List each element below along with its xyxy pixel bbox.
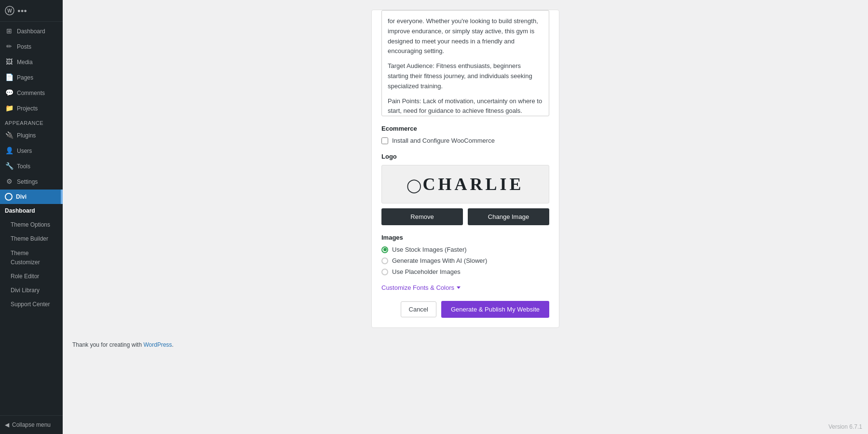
sidebar-item-dashboard[interactable]: ⊞ Dashboard — [0, 24, 63, 39]
pages-icon: 📄 — [5, 73, 14, 82]
wp-footer: Thank you for creating with WordPress. — [63, 338, 868, 348]
customize-fonts-caret-icon — [457, 286, 461, 289]
logo-text: ◯CHARLIE — [407, 174, 524, 194]
svg-text:W: W — [7, 8, 12, 14]
submenu-theme-builder[interactable]: Theme Builder — [0, 232, 63, 246]
users-icon: 👤 — [5, 147, 14, 155]
woocommerce-checkbox-row[interactable]: Install and Configure WooCommerce — [381, 137, 549, 144]
sidebar-item-divi[interactable]: Divi — [0, 190, 63, 204]
images-label: Images — [381, 234, 549, 241]
divi-icon — [5, 193, 13, 201]
version-text: Version 6.7.1 — [828, 423, 862, 430]
logo-section: Logo ◯CHARLIE Remove Change Image — [381, 153, 549, 225]
sidebar-item-posts[interactable]: ✏ Posts — [0, 39, 63, 54]
sidebar-top: W ●●● — [0, 0, 63, 22]
sidebar: W ●●● ⊞ Dashboard ✏ Posts 🖼 Media 📄 Page… — [0, 0, 63, 434]
change-image-button[interactable]: Change Image — [468, 208, 549, 225]
divi-submenu: Dashboard Theme Options Theme Builder Th… — [0, 204, 63, 312]
comments-icon: 💬 — [5, 89, 14, 97]
text-para-3: Pain Points: Lack of motivation, uncerta… — [388, 96, 543, 116]
sidebar-nav: ⊞ Dashboard ✏ Posts 🖼 Media 📄 Pages 💬 Co… — [0, 22, 63, 415]
submenu-dashboard[interactable]: Dashboard — [0, 204, 63, 218]
logo-label: Logo — [381, 153, 549, 160]
logo-buttons: Remove Change Image — [381, 208, 549, 225]
plugins-icon: 🔌 — [5, 131, 14, 140]
text-para-2: Target Audience: Fitness enthusiasts, be… — [388, 61, 543, 91]
wp-logo: W ●●● — [0, 4, 63, 19]
ai-images-label: Generate Images With AI (Slower) — [392, 257, 487, 264]
sidebar-item-tools[interactable]: 🔧 Tools — [0, 159, 63, 174]
sidebar-bottom: ◀ Collapse menu — [0, 415, 63, 434]
customize-fonts-link[interactable]: Customize Fonts & Colors — [381, 284, 549, 291]
media-icon: 🖼 — [5, 58, 14, 67]
bottom-buttons: Cancel Generate & Publish My Website — [381, 301, 549, 318]
submenu-role-editor[interactable]: Role Editor — [0, 270, 63, 284]
sidebar-item-users[interactable]: 👤 Users — [0, 143, 63, 159]
ai-images-radio-row[interactable]: Generate Images With AI (Slower) — [381, 257, 549, 264]
collapse-menu-button[interactable]: ◀ Collapse menu — [5, 420, 58, 430]
submenu-support-center[interactable]: Support Center — [0, 298, 63, 312]
images-section: Images Use Stock Images (Faster) Generat… — [381, 234, 549, 275]
ecommerce-label: Ecommerce — [381, 125, 549, 132]
stock-images-radio-row[interactable]: Use Stock Images (Faster) — [381, 246, 549, 253]
stock-images-label: Use Stock Images (Faster) — [392, 246, 467, 253]
tools-icon: 🔧 — [5, 162, 14, 171]
submenu-theme-customizer[interactable]: Theme Customizer — [0, 246, 63, 270]
settings-icon: ⚙ — [5, 177, 14, 186]
submenu-divi-library[interactable]: Divi Library — [0, 284, 63, 298]
appearance-header: Appearance — [0, 116, 63, 128]
website-info-textarea[interactable]: for everyone. Whether you're looking to … — [381, 10, 549, 116]
projects-icon: 📁 — [5, 104, 14, 113]
logo-preview: ◯CHARLIE — [381, 165, 549, 203]
placeholder-images-radio-dot — [381, 269, 388, 275]
sidebar-item-comments[interactable]: 💬 Comments — [0, 85, 63, 101]
text-para-1: for everyone. Whether you're looking to … — [388, 16, 543, 56]
wordpress-icon: W — [5, 6, 14, 15]
site-title: ●●● — [17, 8, 27, 14]
woocommerce-checkbox[interactable] — [381, 137, 388, 144]
placeholder-images-radio-row[interactable]: Use Placeholder Images — [381, 268, 549, 275]
ecommerce-section: Ecommerce Install and Configure WooComme… — [381, 125, 549, 144]
sidebar-item-pages[interactable]: 📄 Pages — [0, 70, 63, 85]
wordpress-link[interactable]: WordPress — [143, 341, 172, 348]
dashboard-icon: ⊞ — [5, 27, 14, 36]
ai-images-radio-dot — [381, 258, 388, 264]
remove-logo-button[interactable]: Remove — [381, 208, 463, 225]
footer-text: Thank you for creating with — [72, 341, 142, 348]
sidebar-item-projects[interactable]: 📁 Projects — [0, 101, 63, 116]
woocommerce-label: Install and Configure WooCommerce — [392, 137, 495, 144]
publish-button[interactable]: Generate & Publish My Website — [441, 301, 549, 318]
placeholder-images-label: Use Placeholder Images — [392, 268, 461, 275]
sidebar-item-plugins[interactable]: 🔌 Plugins — [0, 128, 63, 143]
submenu-theme-options[interactable]: Theme Options — [0, 218, 63, 232]
main-content: for everyone. Whether you're looking to … — [63, 0, 868, 434]
sidebar-item-media[interactable]: 🖼 Media — [0, 54, 63, 70]
cancel-button[interactable]: Cancel — [401, 301, 436, 317]
collapse-icon: ◀ — [5, 421, 9, 428]
stock-images-radio-dot — [381, 246, 388, 253]
posts-icon: ✏ — [5, 42, 14, 51]
sidebar-item-settings[interactable]: ⚙ Settings — [0, 174, 63, 190]
customize-fonts-label: Customize Fonts & Colors — [381, 284, 454, 291]
main-card: for everyone. Whether you're looking to … — [371, 10, 559, 328]
